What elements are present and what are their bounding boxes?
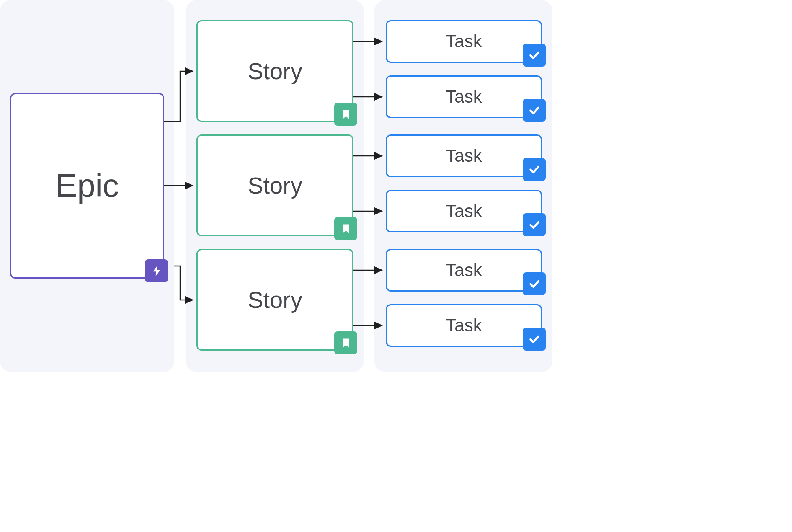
- check-icon: [523, 272, 546, 295]
- task-card: Task: [386, 190, 542, 232]
- task-label: Task: [446, 260, 482, 280]
- task-label: Task: [446, 31, 482, 52]
- epic-label: Epic: [55, 167, 119, 205]
- task-label: Task: [446, 315, 482, 336]
- check-icon: [523, 328, 546, 351]
- check-icon: [523, 44, 546, 67]
- bookmark-icon: [334, 103, 357, 126]
- task-card: Task: [386, 304, 542, 347]
- story-card: Story: [196, 249, 353, 351]
- story-label: Story: [248, 57, 302, 85]
- epic-card: Epic: [10, 93, 164, 279]
- check-icon: [523, 158, 546, 181]
- task-card: Task: [386, 20, 542, 63]
- bookmark-icon: [334, 331, 357, 354]
- bookmark-icon: [334, 217, 357, 240]
- task-label: Task: [446, 201, 482, 221]
- task-card: Task: [386, 75, 542, 118]
- story-card: Story: [196, 134, 353, 236]
- story-label: Story: [248, 172, 302, 199]
- task-card: Task: [386, 134, 542, 177]
- check-icon: [523, 99, 546, 122]
- task-label: Task: [446, 146, 482, 166]
- check-icon: [523, 213, 546, 236]
- story-label: Story: [248, 286, 302, 313]
- lightning-icon: [145, 259, 168, 282]
- task-card: Task: [386, 249, 542, 292]
- story-card: Story: [196, 20, 353, 122]
- task-label: Task: [446, 87, 482, 107]
